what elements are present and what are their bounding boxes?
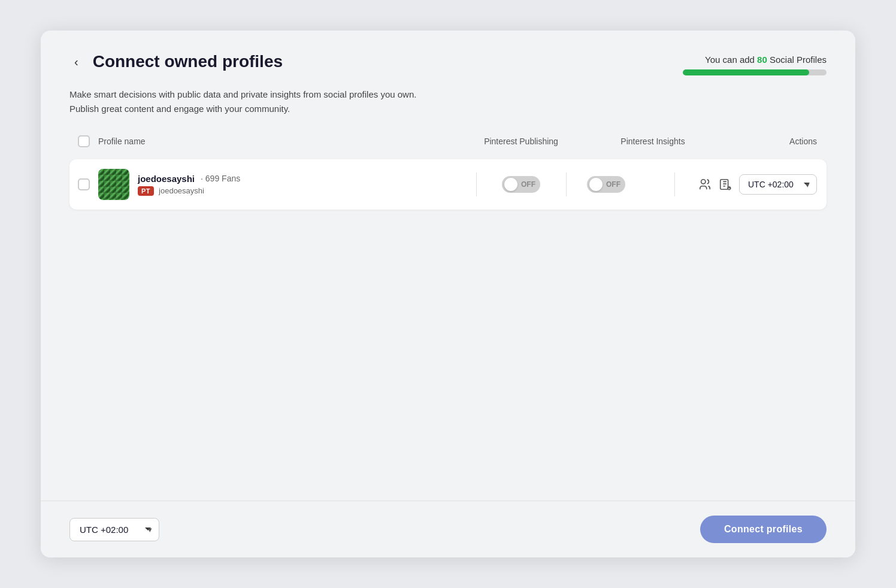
back-button[interactable]: ‹: [69, 53, 83, 71]
header-right: You can add 80 Social Profiles: [683, 52, 827, 75]
svg-rect-1: [721, 180, 728, 190]
table-header: Profile name Pinterest Publishing Pinter…: [69, 135, 827, 154]
edit-button[interactable]: [719, 174, 732, 195]
profile-badge: PT: [138, 186, 154, 196]
footer-timezone-select[interactable]: UTC +02:00 UTC +00:00 UTC +01:00 UTC +03…: [69, 518, 159, 541]
row-checkbox-cell: [69, 178, 98, 190]
select-all-checkbox[interactable]: [78, 135, 90, 147]
connect-profiles-button[interactable]: Connect profiles: [700, 516, 827, 543]
profile-cell: joedoesayshi · 699 Fans PT joedoesayshi: [98, 169, 455, 200]
timezone-select-wrapper: UTC +02:00 UTC +00:00 UTC +01:00 UTC +03…: [739, 174, 817, 195]
divider-left: [476, 172, 477, 196]
fans-count: · 699 Fans: [201, 174, 240, 183]
modal-container: ‹ Connect owned profiles You can add 80 …: [41, 31, 855, 557]
row-checkbox[interactable]: [78, 178, 90, 190]
insights-toggle-label: OFF: [606, 180, 620, 189]
progress-bar-fill: [683, 69, 809, 75]
toggle-slider: OFF: [502, 176, 540, 193]
col-profile-name: Profile name: [98, 137, 455, 146]
manage-users-button[interactable]: [698, 174, 712, 195]
insights-toggle-knob: [589, 178, 603, 191]
insights-toggle-slider: OFF: [587, 176, 625, 193]
page-title: Connect owned profiles: [93, 52, 283, 71]
profile-name: joedoesayshi: [138, 174, 195, 184]
header-left: ‹ Connect owned profiles: [69, 52, 283, 71]
publishing-toggle-label: OFF: [521, 180, 535, 189]
avatar-image: [98, 169, 129, 200]
toggle-knob: [504, 178, 517, 191]
insights-toggle[interactable]: OFF: [587, 176, 625, 193]
subtitle-text: Make smart decisions with public data an…: [41, 75, 448, 116]
table-row: joedoesayshi · 699 Fans PT joedoesayshi: [69, 159, 827, 210]
col-actions: Actions: [719, 137, 827, 146]
publishing-toggle[interactable]: OFF: [502, 176, 540, 193]
profile-name-row: joedoesayshi · 699 Fans: [138, 174, 240, 184]
footer-timezone-wrapper: UTC +02:00 UTC +00:00 UTC +01:00 UTC +03…: [69, 518, 159, 541]
avatar: [98, 169, 129, 200]
profile-info: joedoesayshi · 699 Fans PT joedoesayshi: [138, 174, 240, 196]
svg-point-0: [701, 180, 706, 184]
profile-handle: joedoesayshi: [159, 186, 204, 195]
actions-cell: UTC +02:00 UTC +00:00 UTC +01:00 UTC +03…: [719, 174, 827, 195]
row-timezone-select[interactable]: UTC +02:00 UTC +00:00 UTC +01:00 UTC +03…: [739, 174, 817, 195]
col-pinterest-publishing: Pinterest Publishing: [455, 137, 587, 146]
table-section: Profile name Pinterest Publishing Pinter…: [41, 116, 855, 501]
progress-bar: [683, 69, 827, 75]
modal-footer: UTC +02:00 UTC +00:00 UTC +01:00 UTC +03…: [41, 501, 855, 557]
divider-after-insights: [674, 172, 675, 196]
publishing-toggle-cell: OFF: [455, 172, 587, 196]
divider-right: [566, 172, 567, 196]
modal-header: ‹ Connect owned profiles You can add 80 …: [41, 31, 855, 75]
header-checkbox-cell: [69, 135, 98, 147]
quota-text: You can add 80 Social Profiles: [683, 54, 827, 65]
col-pinterest-insights: Pinterest Insights: [587, 137, 719, 146]
